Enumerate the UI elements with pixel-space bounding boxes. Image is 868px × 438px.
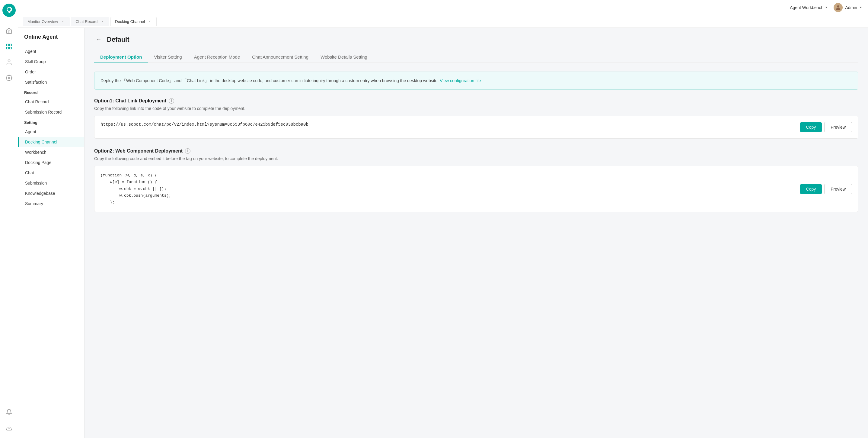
nav-item-agent[interactable]: Agent [18, 46, 84, 57]
tab-monitor-overview[interactable]: Monitor Overview × [23, 17, 70, 26]
left-nav: Online Agent Agent Skill Group Order Sat… [18, 28, 85, 438]
main-wrapper: Agent Workbench Admin Monitor Overview ×… [18, 0, 868, 438]
nav-item-submission-record[interactable]: Submission Record [18, 107, 84, 117]
avatar [834, 3, 843, 12]
icon-sidebar [0, 0, 18, 438]
nav-item-submission[interactable]: Submission [18, 178, 84, 188]
agent-workbench-label: Agent Workbench [790, 5, 823, 10]
tab-docking-channel[interactable]: Docking Channel × [111, 17, 157, 26]
nav-section-record: Record Chat Record Submission Record [18, 87, 84, 117]
nav-gear-icon[interactable] [2, 71, 16, 85]
left-nav-title: Online Agent [18, 34, 84, 46]
option2-title: Option2: Web Component Deployment i [94, 148, 858, 154]
back-button[interactable]: ← [94, 35, 103, 44]
nav-item-docking-page[interactable]: Docking Page [18, 157, 84, 168]
svg-point-4 [8, 60, 10, 62]
svg-rect-0 [6, 44, 8, 46]
top-header: Agent Workbench Admin [18, 0, 868, 15]
nav-item-chat[interactable]: Chat [18, 168, 84, 178]
svg-rect-3 [9, 47, 11, 49]
nav-home-icon[interactable] [2, 24, 16, 37]
option2-desc: Copy the following code and embed it bef… [94, 156, 858, 161]
svg-point-7 [837, 5, 839, 7]
sub-tab-chat-announcement[interactable]: Chat Announcement Setting [246, 51, 314, 63]
nav-item-workbench[interactable]: Workbench [18, 147, 84, 157]
option2-section: Option2: Web Component Deployment i Copy… [94, 148, 858, 212]
tab-bar: Monitor Overview × Chat Record × Docking… [18, 15, 868, 28]
nav-bell-icon[interactable] [2, 405, 16, 419]
sub-tab-website-details[interactable]: Website Details Setting [314, 51, 373, 63]
option1-actions: Copy Preview [800, 122, 852, 132]
nav-section-1: Agent Skill Group Order Satisfaction [18, 46, 84, 87]
page-header: ← Default [94, 35, 858, 44]
app-logo[interactable] [2, 4, 16, 17]
page-heading: Default [107, 36, 129, 43]
option2-info-icon[interactable]: i [185, 148, 190, 154]
sub-tab-agent-reception-mode[interactable]: Agent Reception Mode [188, 51, 246, 63]
nav-item-docking-channel[interactable]: Docking Channel [18, 137, 84, 147]
header-right: Agent Workbench Admin [790, 3, 862, 12]
nav-section-setting: Setting Agent Docking Channel Workbench … [18, 117, 84, 209]
agent-workbench-chevron-icon [825, 7, 828, 8]
option1-desc: Copy the following link into the code of… [94, 106, 858, 111]
option2-code-box: (function (w, d, e, x) { w[e] = function… [94, 166, 858, 212]
view-config-link[interactable]: View configuration file [440, 78, 481, 83]
option2-copy-button[interactable]: Copy [800, 184, 822, 194]
option1-title: Option1: Chat Link Deployment i [94, 98, 858, 104]
nav-item-agent-setting[interactable]: Agent [18, 126, 84, 137]
admin-label: Admin [845, 5, 857, 10]
admin-area[interactable]: Admin [834, 3, 862, 12]
nav-download-icon[interactable] [2, 421, 16, 434]
nav-item-knowledgebase[interactable]: Knowledgebase [18, 188, 84, 199]
option1-link-text[interactable]: https://us.sobot.com/chat/pc/v2/index.ht… [100, 122, 795, 127]
svg-rect-1 [9, 44, 11, 46]
nav-section-record-title: Record [18, 87, 84, 97]
nav-user-icon[interactable] [2, 56, 16, 69]
option2-code-text[interactable]: (function (w, d, e, x) { w[e] = function… [100, 172, 795, 205]
main-page: ← Default Deployment Option Visiter Sett… [85, 28, 868, 438]
nav-item-skill-group[interactable]: Skill Group [18, 57, 84, 67]
sub-tab-visiter-setting[interactable]: Visiter Setting [148, 51, 188, 63]
nav-item-order[interactable]: Order [18, 67, 84, 77]
info-box-text: Deploy the 「Web Component Code」 and 「Cha… [100, 78, 438, 83]
option1-info-icon[interactable]: i [169, 98, 174, 104]
nav-item-chat-record[interactable]: Chat Record [18, 97, 84, 107]
option2-preview-button[interactable]: Preview [824, 184, 852, 194]
agent-workbench-btn[interactable]: Agent Workbench [790, 5, 828, 10]
tab-close-monitor[interactable]: × [60, 19, 65, 24]
nav-item-summary[interactable]: Summary [18, 199, 84, 209]
svg-rect-2 [6, 47, 8, 49]
option1-preview-button[interactable]: Preview [824, 122, 852, 132]
tab-chat-record[interactable]: Chat Record × [71, 17, 109, 26]
sub-tab-deployment-option[interactable]: Deployment Option [94, 51, 148, 63]
tab-close-docking-channel[interactable]: × [147, 19, 152, 24]
option2-actions: Copy Preview [800, 172, 852, 205]
option1-copy-button[interactable]: Copy [800, 122, 822, 132]
svg-point-5 [8, 77, 10, 79]
nav-grid-icon[interactable] [2, 40, 16, 53]
tab-close-chat-record[interactable]: × [100, 19, 105, 24]
info-box: Deploy the 「Web Component Code」 and 「Cha… [94, 71, 858, 90]
option1-section: Option1: Chat Link Deployment i Copy the… [94, 98, 858, 139]
nav-item-satisfaction[interactable]: Satisfaction [18, 77, 84, 87]
admin-chevron-icon [860, 7, 862, 8]
sub-tabs: Deployment Option Visiter Setting Agent … [94, 51, 858, 63]
nav-section-setting-title: Setting [18, 117, 84, 126]
option1-code-box: https://us.sobot.com/chat/pc/v2/index.ht… [94, 116, 858, 139]
content-area: Online Agent Agent Skill Group Order Sat… [18, 28, 868, 438]
